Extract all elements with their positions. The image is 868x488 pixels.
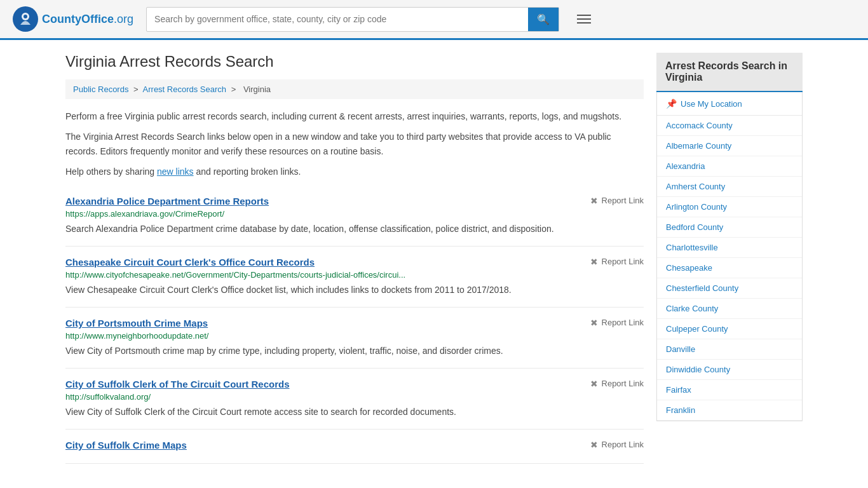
result-item: Alexandria Police Department Crime Repor… [65, 186, 644, 247]
sidebar-link[interactable]: Dinwiddie County [657, 360, 802, 380]
report-link-icon: ✖ [590, 318, 598, 328]
report-link-button[interactable]: ✖ Report Link [590, 318, 644, 328]
result-description: View City of Portsmouth crime map by cri… [65, 344, 644, 358]
search-input[interactable] [147, 9, 528, 29]
sidebar: Arrest Records Search in Virginia 📌 Use … [656, 53, 803, 464]
result-item: City of Portsmouth Crime Maps ✖ Report L… [65, 308, 644, 369]
menu-icon [577, 15, 591, 16]
report-link-icon: ✖ [590, 196, 598, 206]
sidebar-link[interactable]: Danville [657, 339, 802, 360]
use-my-location[interactable]: 📌 Use My Location [657, 92, 802, 116]
svg-point-1 [24, 15, 27, 18]
search-icon: 🔍 [537, 14, 550, 25]
page-title: Virginia Arrest Records Search [65, 53, 644, 71]
result-title[interactable]: City of Portsmouth Crime Maps [65, 318, 208, 329]
sidebar-link[interactable]: Albemarle County [657, 136, 802, 156]
location-pin-icon: 📌 [666, 98, 677, 109]
report-link-icon: ✖ [590, 379, 598, 389]
sidebar-links-container: Accomack CountyAlbemarle CountyAlexandri… [657, 116, 802, 421]
sidebar-link[interactable]: Clarke County [657, 299, 802, 319]
description-p1: Perform a free Virginia public arrest re… [65, 109, 644, 123]
report-link-button[interactable]: ✖ Report Link [590, 196, 644, 206]
sidebar-link[interactable]: Franklin [657, 400, 802, 421]
description: Perform a free Virginia public arrest re… [65, 109, 644, 179]
report-link-icon: ✖ [590, 257, 598, 267]
report-link-button[interactable]: ✖ Report Link [590, 257, 644, 267]
report-link-button[interactable]: ✖ Report Link [590, 379, 644, 389]
result-title[interactable]: Alexandria Police Department Crime Repor… [65, 196, 269, 207]
result-url: https://apps.alexandriava.gov/CrimeRepor… [65, 209, 644, 219]
sidebar-link[interactable]: Culpeper County [657, 319, 802, 339]
logo-text: CountyOffice.org [42, 13, 133, 26]
result-description: Search Alexandria Police Department crim… [65, 222, 644, 236]
breadcrumb-public-records[interactable]: Public Records [73, 85, 128, 94]
logo-icon [13, 6, 38, 32]
result-item: City of Suffolk Clerk of The Circuit Cou… [65, 369, 644, 430]
sidebar-link[interactable]: Amherst County [657, 177, 802, 197]
report-link-label: Report Link [602, 196, 644, 205]
report-link-label: Report Link [602, 257, 644, 266]
breadcrumb-arrest-records[interactable]: Arrest Records Search [143, 85, 227, 94]
result-item: Chesapeake Circuit Court Clerk's Office … [65, 247, 644, 308]
report-link-label: Report Link [602, 440, 644, 449]
new-links-link[interactable]: new links [157, 166, 194, 177]
sidebar-title: Arrest Records Search in Virginia [656, 53, 803, 92]
sidebar-link[interactable]: Bedford County [657, 217, 802, 238]
sidebar-link[interactable]: Charlottesville [657, 238, 802, 258]
report-link-label: Report Link [602, 318, 644, 327]
search-button[interactable]: 🔍 [528, 8, 559, 31]
results-list: Alexandria Police Department Crime Repor… [65, 186, 644, 464]
sidebar-link[interactable]: Chesterfield County [657, 278, 802, 299]
report-link-label: Report Link [602, 379, 644, 388]
result-url: http://www.myneighborhoodupdate.net/ [65, 331, 644, 341]
result-url: http://suffolkvaland.org/ [65, 392, 644, 402]
result-description: View City of Suffolk Clerk of the Circui… [65, 405, 644, 419]
result-title[interactable]: City of Suffolk Crime Maps [65, 440, 187, 451]
menu-icon [577, 22, 591, 24]
breadcrumb-virginia: Virginia [243, 85, 271, 94]
result-item: City of Suffolk Crime Maps ✖ Report Link [65, 430, 644, 464]
report-link-button[interactable]: ✖ Report Link [590, 440, 644, 450]
logo[interactable]: CountyOffice.org [13, 6, 133, 32]
breadcrumb: Public Records > Arrest Records Search >… [65, 79, 644, 99]
sidebar-content: 📌 Use My Location Accomack CountyAlbemar… [656, 92, 803, 421]
sidebar-link[interactable]: Fairfax [657, 380, 802, 400]
sidebar-link[interactable]: Alexandria [657, 156, 802, 177]
report-link-icon: ✖ [590, 440, 598, 450]
sidebar-link[interactable]: Accomack County [657, 116, 802, 136]
description-p2: The Virginia Arrest Records Search links… [65, 130, 644, 158]
menu-button[interactable] [572, 10, 596, 29]
menu-icon [577, 18, 591, 20]
description-p3: Help others by sharing new links and rep… [65, 165, 644, 179]
result-title[interactable]: Chesapeake Circuit Court Clerk's Office … [65, 257, 315, 268]
result-url: http://www.cityofchesapeake.net/Governme… [65, 270, 644, 280]
use-location-label: Use My Location [681, 99, 742, 109]
result-description: View Chesapeake Circuit Court Clerk's Of… [65, 283, 644, 297]
result-title[interactable]: City of Suffolk Clerk of The Circuit Cou… [65, 379, 290, 390]
search-bar: 🔍 [146, 7, 559, 32]
sidebar-link[interactable]: Chesapeake [657, 258, 802, 278]
sidebar-link[interactable]: Arlington County [657, 197, 802, 217]
